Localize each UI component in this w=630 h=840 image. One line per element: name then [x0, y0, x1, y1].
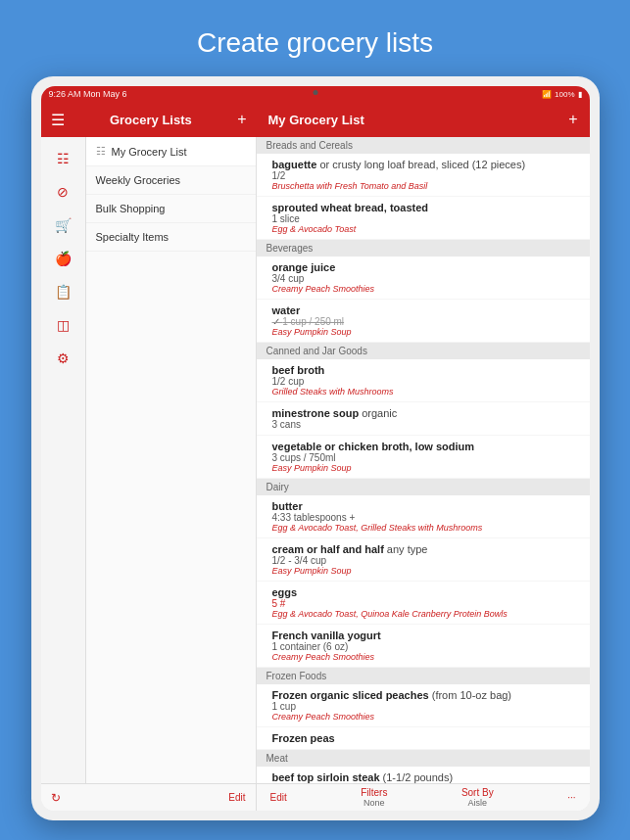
- list-item[interactable]: sprouted wheat bread, toasted 1 slice Eg…: [257, 197, 590, 240]
- list-item-weekly[interactable]: Weekly Groceries: [86, 166, 256, 195]
- list-item-bulk[interactable]: Bulk Shopping: [86, 195, 256, 223]
- item-name-oj: orange juice: [272, 261, 580, 273]
- filters-button[interactable]: Filters None: [361, 787, 387, 808]
- sidebar-icon-settings[interactable]: ⚙: [45, 343, 80, 374]
- check-mark-water: ✓: [272, 316, 283, 327]
- item-recipe-oj: Creamy Peach Smoothies: [272, 284, 580, 294]
- item-name-water: water: [272, 304, 580, 316]
- item-recipe-veg-broth: Easy Pumpkin Soup: [272, 463, 580, 473]
- item-name-beef-broth: beef broth: [272, 364, 580, 376]
- item-qty-eggs: 5 #: [272, 598, 580, 609]
- item-recipe-wheat-bread: Egg & Avocado Toast: [272, 224, 580, 234]
- list-item[interactable]: minestrone soup organic 3 cans: [257, 402, 590, 436]
- hamburger-icon[interactable]: ☰: [51, 111, 65, 129]
- list-item-icon-my-grocery: ☷: [96, 145, 106, 158]
- item-recipe-baguette: Bruschetta with Fresh Tomato and Basil: [272, 181, 580, 191]
- section-header-frozen: Frozen Foods: [257, 668, 590, 684]
- main-content: ☷ ⊘ 🛒 🍎 📋 ◫ ⚙ ☷ My Grocery List Weekly G…: [41, 137, 590, 783]
- item-name-veg-broth: vegetable or chicken broth, low sodium: [272, 441, 580, 452]
- battery-icon: ▮: [578, 90, 582, 99]
- item-recipe-cream: Easy Pumpkin Soup: [272, 566, 580, 576]
- item-recipe-butter: Egg & Avocado Toast, Grilled Steaks with…: [272, 523, 580, 533]
- item-name-butter: butter: [272, 500, 580, 512]
- sidebar-icon-prohibited[interactable]: ⊘: [45, 176, 80, 208]
- item-name-sirloin: beef top sirloin steak (1-1/2 pounds): [272, 771, 580, 783]
- item-recipe-beef-broth: Grilled Steaks with Mushrooms: [272, 387, 580, 397]
- list-item[interactable]: eggs 5 # Egg & Avocado Toast, Quinoa Kal…: [257, 582, 590, 625]
- top-nav: ☰ Grocery Lists + My Grocery List +: [41, 102, 590, 137]
- item-qty-butter: 4:33 tablespoons +: [272, 512, 580, 523]
- item-qty-cream: 1/2 - 3/4 cup: [272, 555, 580, 566]
- grocery-detail: Breads and Cereals baguette or crusty lo…: [257, 137, 590, 783]
- edit-button-right[interactable]: Edit: [270, 792, 287, 803]
- item-name-baguette: baguette or crusty long loaf bread, slic…: [272, 159, 580, 170]
- sidebar-icon-columns[interactable]: ◫: [45, 309, 80, 341]
- list-item[interactable]: beef top sirloin steak (1-1/2 pounds) 1 …: [257, 767, 590, 783]
- list-sidebar: ☷ My Grocery List Weekly Groceries Bulk …: [86, 137, 257, 783]
- sort-button[interactable]: Sort By Aisle: [461, 787, 494, 808]
- section-header-dairy: Dairy: [257, 479, 590, 495]
- page-title: Create grocery lists: [197, 27, 433, 59]
- section-header-beverages: Beverages: [257, 240, 590, 257]
- sidebar-icon-list[interactable]: ☷: [45, 143, 80, 174]
- section-header-breads: Breads and Cereals: [257, 137, 590, 154]
- sort-sub: Aisle: [468, 798, 488, 808]
- sidebar-icon-apple[interactable]: 🍎: [45, 243, 80, 274]
- bottom-bar-right: Edit Filters None Sort By Aisle ···: [257, 784, 590, 811]
- list-item-label-bulk: Bulk Shopping: [96, 203, 166, 214]
- list-item[interactable]: Frozen peas: [257, 727, 590, 750]
- item-name-wheat-bread: sprouted wheat bread, toasted: [272, 202, 580, 213]
- nav-right-add-icon[interactable]: +: [568, 111, 577, 128]
- battery-text: 100%: [555, 90, 574, 99]
- item-qty-baguette: 1/2: [272, 170, 580, 181]
- item-name-eggs: eggs: [272, 586, 580, 598]
- filters-label: Filters: [361, 787, 387, 798]
- sidebar-icon-clipboard[interactable]: 📋: [45, 276, 80, 307]
- nav-right-title: My Grocery List: [268, 113, 364, 127]
- item-qty-minestrone: 3 cans: [272, 419, 580, 430]
- list-item[interactable]: Frozen organic sliced peaches (from 10-o…: [257, 684, 590, 727]
- item-name-frozen-peaches: Frozen organic sliced peaches (from 10-o…: [272, 689, 580, 701]
- device-screen: 9:26 AM Mon May 6 📶 100% ▮ ☰ Grocery Lis…: [41, 86, 590, 811]
- list-item[interactable]: vegetable or chicken broth, low sodium 3…: [257, 436, 590, 479]
- camera-dot: [313, 90, 317, 95]
- item-qty-water: ✓ 1 cup / 250 ml: [272, 316, 580, 327]
- item-name-cream: cream or half and half any type: [272, 543, 580, 555]
- list-item-specialty[interactable]: Specialty Items: [86, 223, 256, 252]
- item-recipe-yogurt: Creamy Peach Smoothies: [272, 652, 580, 662]
- list-item[interactable]: orange juice 3/4 cup Creamy Peach Smooth…: [257, 257, 590, 300]
- section-header-canned: Canned and Jar Goods: [257, 343, 590, 359]
- list-item[interactable]: French vanilla yogurt 1 container (6 oz)…: [257, 625, 590, 668]
- item-recipe-water: Easy Pumpkin Soup: [272, 327, 580, 337]
- nav-left: ☰ Grocery Lists +: [41, 102, 257, 137]
- sidebar-icons: ☷ ⊘ 🛒 🍎 📋 ◫ ⚙: [41, 137, 86, 783]
- list-item[interactable]: cream or half and half any type 1/2 - 3/…: [257, 538, 590, 582]
- bottom-bar-left: ↻ Edit: [41, 784, 257, 811]
- list-item[interactable]: butter 4:33 tablespoons + Egg & Avocado …: [257, 495, 590, 538]
- list-item-label-my-grocery: My Grocery List: [112, 146, 187, 158]
- nav-left-title: Grocery Lists: [110, 113, 192, 127]
- sidebar-icon-cart[interactable]: 🛒: [45, 210, 80, 241]
- nav-left-add-icon[interactable]: +: [237, 111, 246, 128]
- status-time: 9:26 AM Mon May 6: [49, 89, 127, 99]
- sort-label: Sort By: [461, 787, 494, 798]
- item-qty-frozen-peaches: 1 cup: [272, 701, 580, 712]
- list-item[interactable]: water ✓ 1 cup / 250 ml Easy Pumpkin Soup: [257, 300, 590, 343]
- item-recipe-frozen-peaches: Creamy Peach Smoothies: [272, 712, 580, 722]
- wifi-icon: 📶: [542, 90, 552, 99]
- section-header-meat: Meat: [257, 750, 590, 767]
- list-item-my-grocery[interactable]: ☷ My Grocery List: [86, 137, 256, 166]
- bottom-bar: ↻ Edit Edit Filters None Sort By Aisle ·…: [41, 783, 590, 811]
- list-item-label-specialty: Specialty Items: [96, 231, 170, 243]
- list-item[interactable]: beef broth 1/2 cup Grilled Steaks with M…: [257, 359, 590, 402]
- filters-sub: None: [363, 798, 385, 808]
- list-item[interactable]: baguette or crusty long loaf bread, slic…: [257, 154, 590, 197]
- device-frame: 9:26 AM Mon May 6 📶 100% ▮ ☰ Grocery Lis…: [31, 76, 600, 820]
- item-recipe-eggs: Egg & Avocado Toast, Quinoa Kale Cranber…: [272, 609, 580, 619]
- edit-button-left[interactable]: Edit: [228, 792, 245, 803]
- item-qty-oj: 3/4 cup: [272, 273, 580, 284]
- status-icons: 📶 100% ▮: [542, 90, 581, 99]
- item-name-minestrone: minestrone soup organic: [272, 407, 580, 419]
- refresh-icon[interactable]: ↻: [51, 791, 61, 805]
- more-button[interactable]: ···: [567, 792, 575, 803]
